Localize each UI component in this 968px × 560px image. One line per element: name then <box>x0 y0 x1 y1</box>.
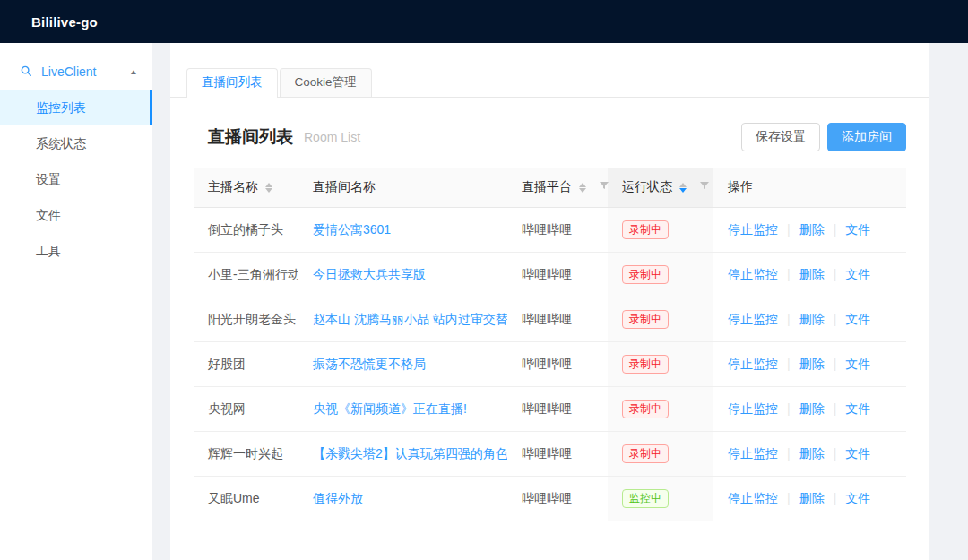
host-name-cell: 倒立的橘子头 <box>194 208 298 253</box>
room-link[interactable]: 【杀戮尖塔2】认真玩第四强的角色 <box>313 446 507 461</box>
sidebar-menu-label: LiveClient <box>41 65 129 79</box>
files-link[interactable]: 文件 <box>845 222 870 237</box>
page-head: 直播间列表 Room List 保存设置 添加房间 <box>170 98 929 168</box>
room-name-cell: 赵本山 沈腾马丽小品 站内过审交替播 <box>298 297 507 342</box>
status-cell: 监控中 <box>608 477 713 521</box>
platform-cell: 哔哩哔哩 <box>507 387 608 432</box>
room-link[interactable]: 值得外放 <box>313 491 363 505</box>
sidebar-item-tools[interactable]: 工具 <box>0 233 152 269</box>
delete-link[interactable]: 删除 <box>799 357 825 371</box>
tab-room-list[interactable]: 直播间列表 <box>186 68 278 97</box>
sort-carets-icon <box>579 183 586 193</box>
files-link[interactable]: 文件 <box>845 446 870 461</box>
status-badge: 录制中 <box>622 400 669 418</box>
host-name-cell: 阳光开朗老金头 <box>194 297 298 342</box>
room-name-cell: 央视《新闻频道》正在直播! <box>298 387 507 432</box>
delete-link[interactable]: 删除 <box>799 222 825 237</box>
stop-monitor-link[interactable]: 停止监控 <box>728 491 778 505</box>
filter-funnel-icon[interactable] <box>699 180 710 191</box>
stop-monitor-link[interactable]: 停止监控 <box>728 312 778 326</box>
sidebar-item-monitor-list[interactable]: 监控列表 <box>0 90 152 125</box>
content-card: 直播间列表 Cookie管理 直播间列表 Room List 保存设置 添加房间… <box>170 43 929 560</box>
add-room-button[interactable]: 添加房间 <box>827 123 906 151</box>
sort-host[interactable]: 主播名称 <box>208 179 272 195</box>
room-link[interactable]: 赵本山 沈腾马丽小品 站内过审交替播 <box>313 312 507 326</box>
table-row: 又眠Ume 值得外放 哔哩哔哩 监控中 停止监控|删除|文件 <box>194 477 906 521</box>
room-link[interactable]: 央视《新闻频道》正在直播! <box>313 401 467 416</box>
delete-link[interactable]: 删除 <box>799 446 825 461</box>
col-header-platform: 直播平台 <box>507 168 608 208</box>
platform-cell: 哔哩哔哩 <box>507 342 608 387</box>
files-link[interactable]: 文件 <box>845 491 870 505</box>
page-subtitle: Room List <box>304 130 360 144</box>
stop-monitor-link[interactable]: 停止监控 <box>728 401 778 416</box>
files-link[interactable]: 文件 <box>845 267 870 281</box>
stop-monitor-link[interactable]: 停止监控 <box>728 357 778 371</box>
status-badge: 录制中 <box>622 355 669 374</box>
app-title: Bililive-go <box>31 14 98 30</box>
status-badge: 录制中 <box>622 265 669 284</box>
sidebar-item-system-status[interactable]: 系统状态 <box>0 125 152 161</box>
action-divider: | <box>834 357 837 371</box>
sidebar: LiveClient ▲ 监控列表 系统状态 设置 文件 工具 <box>0 43 152 560</box>
stop-monitor-link[interactable]: 停止监控 <box>728 222 778 237</box>
room-name-cell: 爱情公寓3601 <box>298 208 507 253</box>
save-settings-button[interactable]: 保存设置 <box>741 123 820 151</box>
platform-cell: 哔哩哔哩 <box>507 477 608 521</box>
status-cell: 录制中 <box>608 253 713 297</box>
action-divider: | <box>787 222 791 237</box>
actions-cell: 停止监控|删除|文件 <box>713 387 906 432</box>
delete-link[interactable]: 删除 <box>799 267 825 281</box>
room-link[interactable]: 今日拯救大兵共享版 <box>313 267 426 281</box>
action-divider: | <box>834 401 837 416</box>
action-divider: | <box>834 312 837 326</box>
magnifier-icon <box>20 65 32 80</box>
col-header-room: 直播间名称 <box>298 168 507 208</box>
room-link[interactable]: 爱情公寓3601 <box>313 222 391 237</box>
status-cell: 录制中 <box>608 342 713 387</box>
action-divider: | <box>834 491 837 505</box>
host-name-cell: 又眠Ume <box>194 477 298 521</box>
table-row: 小里-三角洲行动 今日拯救大兵共享版 哔哩哔哩 录制中 停止监控|删除|文件 <box>194 253 906 297</box>
action-divider: | <box>787 401 791 416</box>
table-row: 辉辉一时兴起 【杀戮尖塔2】认真玩第四强的角色 哔哩哔哩 录制中 停止监控|删除… <box>194 432 906 477</box>
room-link[interactable]: 振荡不恐慌更不格局 <box>313 357 426 371</box>
status-cell: 录制中 <box>608 208 713 253</box>
sidebar-menu-liveclient[interactable]: LiveClient ▲ <box>0 54 152 90</box>
status-cell: 录制中 <box>608 297 713 342</box>
sort-platform[interactable]: 直播平台 <box>522 179 586 195</box>
room-name-cell: 振荡不恐慌更不格局 <box>298 342 507 387</box>
status-badge: 录制中 <box>622 310 669 329</box>
app-header: Bililive-go <box>0 0 968 43</box>
filter-funnel-icon[interactable] <box>599 180 609 191</box>
action-divider: | <box>834 267 837 281</box>
platform-cell: 哔哩哔哩 <box>507 208 608 253</box>
host-name-cell: 好股团 <box>194 342 298 387</box>
files-link[interactable]: 文件 <box>845 357 870 371</box>
table-row: 阳光开朗老金头 赵本山 沈腾马丽小品 站内过审交替播 哔哩哔哩 录制中 停止监控… <box>194 297 906 342</box>
action-divider: | <box>787 446 791 461</box>
stop-monitor-link[interactable]: 停止监控 <box>728 267 778 281</box>
sort-status[interactable]: 运行状态 <box>622 179 687 195</box>
delete-link[interactable]: 删除 <box>799 401 825 416</box>
files-link[interactable]: 文件 <box>845 401 870 416</box>
chevron-up-icon: ▲ <box>129 68 138 76</box>
action-divider: | <box>787 491 791 505</box>
sidebar-item-files[interactable]: 文件 <box>0 197 152 233</box>
stop-monitor-link[interactable]: 停止监控 <box>728 446 778 461</box>
room-name-cell: 今日拯救大兵共享版 <box>298 253 507 297</box>
host-name-cell: 央视网 <box>194 387 298 432</box>
files-link[interactable]: 文件 <box>845 312 870 326</box>
delete-link[interactable]: 删除 <box>799 312 825 326</box>
sidebar-item-settings[interactable]: 设置 <box>0 161 152 197</box>
host-name-cell: 辉辉一时兴起 <box>194 432 298 477</box>
actions-cell: 停止监控|删除|文件 <box>713 253 906 297</box>
tab-cookie-manage[interactable]: Cookie管理 <box>280 68 372 97</box>
delete-link[interactable]: 删除 <box>799 491 825 505</box>
status-badge: 录制中 <box>622 220 669 239</box>
tabs-bar: 直播间列表 Cookie管理 <box>170 43 929 98</box>
sort-carets-icon <box>265 183 272 193</box>
action-divider: | <box>834 446 837 461</box>
status-cell: 录制中 <box>608 387 713 432</box>
layout-gutter <box>152 43 170 560</box>
